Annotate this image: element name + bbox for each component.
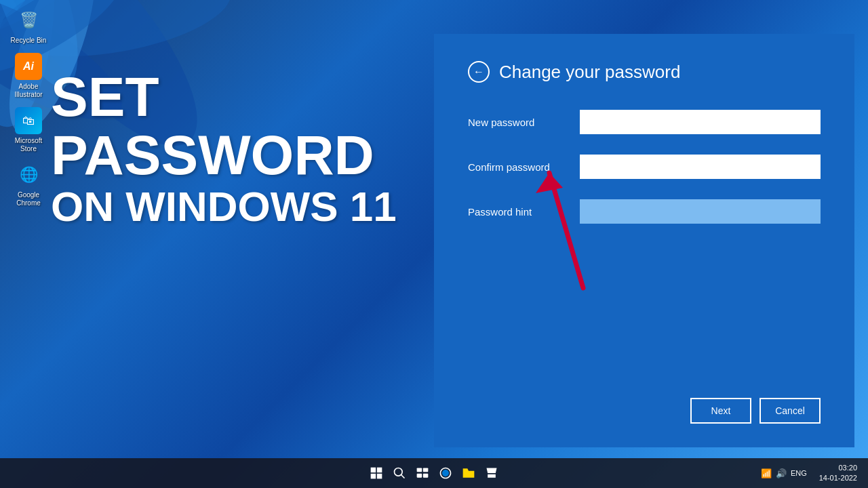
svg-rect-19 bbox=[423, 468, 429, 472]
lang-label: ENG bbox=[791, 469, 807, 477]
store-icon[interactable]: 🛍 Microsoft Store bbox=[7, 107, 50, 153]
svg-rect-21 bbox=[423, 474, 429, 478]
taskbar: 📶 🔊 ENG 03:20 14-01-2022 bbox=[0, 458, 868, 488]
cancel-button[interactable]: Cancel bbox=[760, 398, 821, 424]
confirm-password-label: Confirm password bbox=[468, 161, 580, 173]
svg-rect-13 bbox=[377, 468, 382, 473]
store-taskbar-icon[interactable] bbox=[482, 464, 501, 483]
dialog-title-row: ← Change your password bbox=[468, 61, 821, 83]
chrome-icon[interactable]: 🌐 Google Chrome bbox=[7, 161, 50, 207]
explorer-taskbar-icon[interactable] bbox=[459, 464, 478, 483]
taskbar-center bbox=[367, 464, 501, 483]
svg-rect-15 bbox=[377, 474, 382, 479]
svg-rect-14 bbox=[371, 474, 376, 479]
recycle-bin-icon[interactable]: 🗑️ Recycle Bin bbox=[7, 7, 50, 45]
svg-line-10 bbox=[549, 173, 583, 288]
dialog-buttons: Next Cancel bbox=[690, 398, 821, 424]
desktop-icons: 🗑️ Recycle Bin Ai Adobe Illustrator 🛍 Mi… bbox=[7, 7, 50, 207]
password-hint-row: Password hint bbox=[468, 199, 821, 224]
volume-icon: 🔊 bbox=[776, 468, 787, 479]
task-view-button[interactable] bbox=[413, 464, 432, 483]
svg-rect-18 bbox=[417, 468, 422, 472]
time-block[interactable]: 03:20 14-01-2022 bbox=[815, 462, 861, 485]
change-password-dialog: ← Change your password New password Conf… bbox=[434, 34, 854, 447]
password-hint-input[interactable] bbox=[580, 199, 821, 224]
search-taskbar-button[interactable] bbox=[390, 464, 409, 483]
illustrator-icon[interactable]: Ai Adobe Illustrator bbox=[7, 53, 50, 99]
edge-taskbar-icon[interactable] bbox=[436, 464, 455, 483]
new-password-label: New password bbox=[468, 117, 580, 128]
back-button[interactable]: ← bbox=[468, 61, 490, 83]
svg-rect-12 bbox=[371, 468, 376, 473]
password-hint-label: Password hint bbox=[468, 206, 580, 218]
confirm-password-row: Confirm password bbox=[468, 155, 821, 179]
svg-rect-20 bbox=[417, 474, 422, 478]
next-button[interactable]: Next bbox=[690, 398, 751, 424]
overlay-text: SET PASSWORD ON WINDOWS 11 bbox=[51, 68, 397, 228]
taskbar-right: 📶 🔊 ENG 03:20 14-01-2022 bbox=[755, 462, 861, 485]
new-password-input[interactable] bbox=[580, 110, 821, 134]
svg-line-17 bbox=[401, 475, 405, 479]
clock: 03:20 bbox=[819, 463, 857, 473]
network-icon: 📶 bbox=[761, 468, 772, 479]
desktop: 🗑️ Recycle Bin Ai Adobe Illustrator 🛍 Mi… bbox=[0, 0, 868, 488]
annotation-arrow bbox=[522, 159, 604, 298]
confirm-password-input[interactable] bbox=[580, 155, 821, 179]
start-button[interactable] bbox=[367, 464, 386, 483]
svg-point-16 bbox=[395, 468, 403, 476]
system-icons[interactable]: 📶 🔊 ENG bbox=[755, 466, 812, 481]
new-password-row: New password bbox=[468, 110, 821, 134]
date: 14-01-2022 bbox=[819, 473, 857, 483]
dialog-title: Change your password bbox=[499, 62, 680, 83]
